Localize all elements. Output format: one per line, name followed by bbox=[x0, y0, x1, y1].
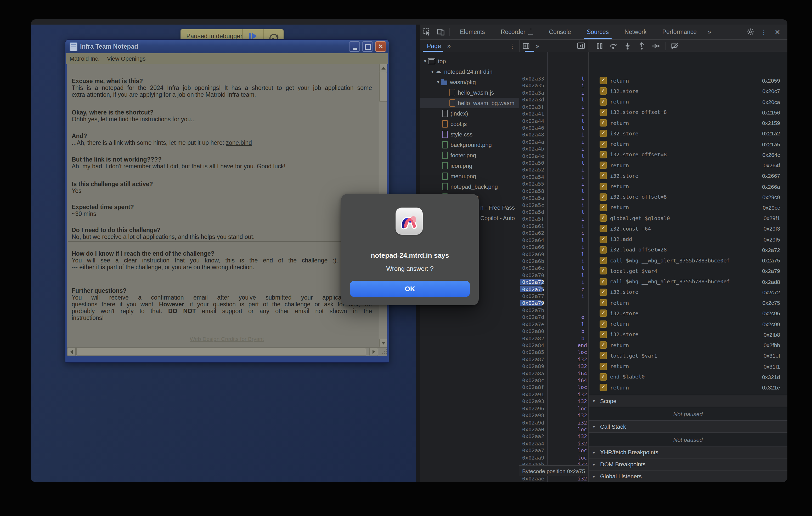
asm-line-0x02a66[interactable]: 0x02a66i bbox=[519, 244, 588, 251]
asm-line-0x02aa9[interactable]: 0x02aa9loc bbox=[519, 454, 588, 461]
asm-line-0x02a6e[interactable]: 0x02a6el bbox=[519, 265, 588, 272]
breakpoint-row-0x321e[interactable]: ✓return0x321e bbox=[588, 382, 787, 393]
breakpoint-checkbox[interactable]: ✓ bbox=[600, 88, 607, 95]
breakpoint-row-0x31f1[interactable]: ✓return0x31f1 bbox=[588, 361, 787, 371]
asm-address[interactable]: 0x02a5a bbox=[522, 194, 544, 202]
asm-line-0x02a5f[interactable]: 0x02a5fi bbox=[519, 216, 588, 223]
breakpoint-row-0x266a[interactable]: ✓return0x266a bbox=[588, 181, 787, 192]
breakpoint-checkbox[interactable]: ✓ bbox=[600, 140, 607, 148]
breakpoint-row-0x2667[interactable]: ✓i32.store0x2667 bbox=[588, 171, 787, 181]
asm-address[interactable]: 0x02a5d bbox=[522, 209, 544, 216]
breakpoint-checkbox[interactable]: ✓ bbox=[600, 193, 607, 201]
asm-line-0x02a52[interactable]: 0x02a52i bbox=[519, 166, 588, 174]
asm-line-0x02aa7[interactable]: 0x02aa7loc bbox=[519, 447, 588, 454]
tab-network[interactable]: Network bbox=[616, 25, 654, 39]
section-expander-icon[interactable]: ▸ bbox=[588, 450, 600, 455]
menu-matroid-inc[interactable]: Matroid Inc. bbox=[66, 55, 103, 62]
tab-sources[interactable]: Sources bbox=[579, 25, 616, 39]
deactivate-breakpoints-icon[interactable] bbox=[668, 40, 682, 52]
tree-item-occluded[interactable]: Copilot - Auto bbox=[480, 215, 515, 221]
asm-address[interactable]: 0x02a75 bbox=[522, 286, 544, 293]
kebab-menu-icon[interactable]: ⋮ bbox=[757, 25, 771, 39]
section-expander-icon[interactable]: ▾ bbox=[588, 398, 600, 403]
tree-item-icon.png[interactable]: icon.png bbox=[420, 160, 520, 171]
breakpoint-row-0x2059[interactable]: ✓return0x2059 bbox=[588, 75, 787, 86]
breakpoint-row-0x2fb8[interactable]: ✓i32.store0x2fb8 bbox=[588, 329, 787, 340]
menu-view-openings[interactable]: View Openings bbox=[103, 55, 149, 62]
horizontal-scroll-thumb[interactable] bbox=[77, 348, 366, 356]
breakpoint-row-0x31ef[interactable]: ✓local.get $var10x31ef bbox=[588, 350, 787, 361]
tree-item-occluded[interactable]: n - Free Pass bbox=[480, 205, 515, 211]
asm-address[interactable]: 0x02a89 bbox=[522, 363, 544, 370]
asm-address[interactable]: 0x02a84 bbox=[522, 342, 544, 349]
section-call-stack[interactable]: ▾Call Stack bbox=[588, 420, 787, 433]
breakpoint-checkbox[interactable]: ✓ bbox=[600, 341, 607, 349]
zone-bind-link[interactable]: zone.bind bbox=[226, 140, 252, 146]
asm-line-0x02a3a[interactable]: 0x02a3ai bbox=[519, 89, 588, 96]
breakpoint-checkbox[interactable]: ✓ bbox=[600, 289, 607, 296]
asm-address[interactable]: 0x02a4b bbox=[522, 145, 544, 152]
tab-elements[interactable]: Elements bbox=[452, 25, 493, 39]
scroll-up-button[interactable] bbox=[379, 64, 387, 72]
asm-line-0x02a98[interactable]: 0x02a98i32 bbox=[519, 412, 588, 419]
asm-line-0x02a50[interactable]: 0x02a50l bbox=[519, 159, 588, 166]
tree-item-style.css[interactable]: style.css bbox=[420, 129, 520, 140]
breakpoint-checkbox[interactable]: ✓ bbox=[600, 204, 607, 211]
breakpoint-checkbox[interactable]: ✓ bbox=[600, 331, 607, 338]
step-icon[interactable] bbox=[649, 40, 663, 52]
navigator-more-chevron[interactable]: » bbox=[444, 42, 454, 50]
asm-address[interactable]: 0x02a7b bbox=[522, 307, 544, 314]
breakpoint-checkbox[interactable]: ✓ bbox=[600, 225, 607, 232]
asm-line-0x02a33[interactable]: 0x02a33l bbox=[519, 75, 588, 82]
breakpoint-row-0x264c[interactable]: ✓i32.store offset=80x264c bbox=[588, 149, 787, 160]
breakpoint-checkbox[interactable]: ✓ bbox=[600, 109, 607, 116]
asm-address[interactable]: 0x02a98 bbox=[522, 412, 544, 419]
breakpoint-row-0x2a79[interactable]: ✓local.get $var40x2a79 bbox=[588, 266, 787, 276]
asm-address[interactable]: 0x02a79 bbox=[522, 300, 544, 307]
scroll-left-button[interactable] bbox=[67, 348, 76, 356]
settings-gear-icon[interactable] bbox=[744, 25, 757, 39]
breakpoint-checkbox[interactable]: ✓ bbox=[600, 161, 607, 169]
asm-address[interactable]: 0x02aa4 bbox=[522, 440, 544, 447]
section-expander-icon[interactable]: ▸ bbox=[588, 474, 600, 479]
section-dom-breakpoints[interactable]: ▸DOM Breakpoints bbox=[588, 458, 787, 471]
tree-item-cool.js[interactable]: cool.js bbox=[420, 119, 520, 129]
asm-line-0x02a79[interactable]: 0x02a79 bbox=[519, 300, 588, 307]
pause-script-icon[interactable] bbox=[592, 40, 606, 52]
breakpoint-checkbox[interactable]: ✓ bbox=[600, 130, 607, 137]
breakpoint-row-0x2c99[interactable]: ✓return0x2c99 bbox=[588, 318, 787, 329]
asm-address[interactable]: 0x02a9d bbox=[522, 419, 544, 426]
asm-address[interactable]: 0x02a6b bbox=[522, 258, 544, 265]
breakpoint-row-0x21a2[interactable]: ✓i32.store0x21a2 bbox=[588, 128, 787, 139]
asm-address[interactable]: 0x02a64 bbox=[522, 237, 544, 244]
asm-address[interactable]: 0x02a3d bbox=[522, 96, 544, 103]
asm-line-0x02a87[interactable]: 0x02a87i32 bbox=[519, 356, 588, 363]
asm-address[interactable]: 0x02a3a bbox=[522, 89, 544, 96]
tree-item-hello-wasm-bg.wasm[interactable]: hello_wasm_bg.wasm bbox=[420, 98, 520, 108]
asm-line-0x02a54[interactable]: 0x02a54i bbox=[519, 174, 588, 181]
tab-performance[interactable]: Performance bbox=[655, 25, 705, 39]
asm-address[interactable]: 0x02a50 bbox=[522, 159, 544, 166]
scroll-down-button[interactable] bbox=[379, 339, 387, 347]
navigator-tab-page[interactable]: Page bbox=[420, 40, 444, 52]
asm-address[interactable]: 0x02a3f bbox=[522, 103, 544, 110]
tree-expander-icon[interactable]: ▾ bbox=[422, 59, 428, 64]
horizontal-scrollbar[interactable] bbox=[67, 347, 387, 356]
tree-item-footer.png[interactable]: footer.png bbox=[420, 150, 520, 160]
asm-line-0x02a91[interactable]: 0x02a91i32 bbox=[519, 391, 588, 398]
asm-line-0x02a70[interactable]: 0x02a70l bbox=[519, 272, 588, 279]
breakpoint-checkbox[interactable]: ✓ bbox=[600, 257, 607, 264]
asm-line-0x02a5c[interactable]: 0x02a5ci bbox=[519, 202, 588, 209]
asm-line-0x02a35[interactable]: 0x02a35i bbox=[519, 82, 588, 89]
asm-address[interactable]: 0x02a96 bbox=[522, 405, 544, 412]
tree-item-notepad-24.mtrd.in[interactable]: ▾☁notepad-24.mtrd.in bbox=[420, 66, 520, 77]
breakpoint-row-0x29c9[interactable]: ✓i32.store offset=80x29c9 bbox=[588, 192, 787, 202]
navigator-kebab-icon[interactable]: ⋮ bbox=[505, 39, 519, 53]
asm-line-0x02a69[interactable]: 0x02a69l bbox=[519, 251, 588, 258]
breakpoint-row-0x2c96[interactable]: ✓i32.store0x2c96 bbox=[588, 308, 787, 318]
asm-address[interactable]: 0x02a85 bbox=[522, 349, 544, 356]
resize-grip[interactable] bbox=[380, 348, 388, 356]
asm-line-0x02a84[interactable]: 0x02a84end bbox=[519, 342, 588, 349]
asm-line-0x02a61[interactable]: 0x02a61i bbox=[519, 223, 588, 230]
asm-address[interactable]: 0x02a4a bbox=[522, 139, 544, 146]
